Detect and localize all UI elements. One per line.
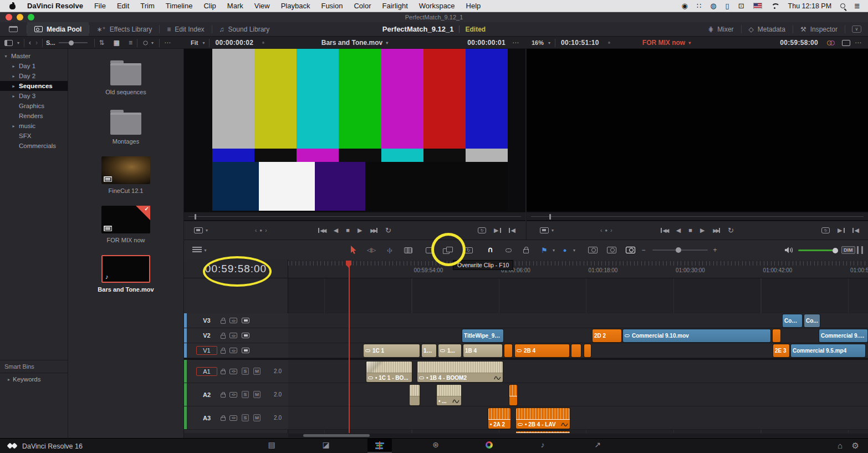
trim-edit-mode-tool[interactable]: ◁|▷ — [364, 240, 379, 260]
auto-select-icon[interactable]: <> — [229, 392, 237, 398]
sort-order-icon[interactable]: ⇅ — [99, 39, 105, 46]
add-marker-button[interactable]: ● — [559, 240, 571, 260]
chevron-down-icon[interactable]: ▾ — [151, 40, 154, 45]
timeline-clip-1b-4[interactable]: 1B 4 — [421, 344, 437, 358]
play-reverse-button[interactable]: ◀ — [334, 227, 338, 233]
cinema-viewer-icon[interactable] — [842, 40, 850, 46]
mute-button[interactable]: M — [253, 391, 261, 398]
thumbnail-size-slider[interactable] — [59, 42, 88, 43]
screen-record-icon[interactable]: ◉ — [682, 2, 688, 9]
selection-mode-tool[interactable] — [345, 240, 361, 260]
next-edit-button[interactable]: ▶ — [494, 227, 501, 233]
sidebar-item-renders[interactable]: Renders — [0, 111, 68, 121]
mixer-button[interactable]: ⋕Mixer — [701, 22, 741, 36]
timeline-clip-2b-4-lav[interactable]: • 2B 4 - LAV — [515, 408, 570, 429]
position-lock-tool[interactable] — [518, 240, 534, 260]
metadata-button[interactable]: ◇Metadata — [742, 22, 793, 36]
loop-button[interactable]: ↻ — [728, 227, 734, 234]
linked-selection-tool[interactable] — [501, 240, 516, 260]
snapping-tool[interactable]: ∪ — [483, 240, 498, 260]
timeline-clip-blank[interactable] — [772, 329, 781, 343]
sidebar-item-graphics[interactable]: Graphics — [0, 101, 68, 111]
track-lock-icon[interactable] — [221, 350, 226, 354]
replace-clip-tool[interactable]: ↻ — [461, 240, 476, 260]
media-item-old-sequences[interactable]: Old sequences — [105, 58, 146, 95]
solo-button[interactable]: S — [242, 368, 249, 375]
folder-icon[interactable] — [110, 63, 141, 85]
track-enable-icon[interactable] — [242, 333, 249, 338]
timeline-clip-blank[interactable] — [584, 344, 591, 358]
track-lane-a3[interactable] — [288, 406, 868, 430]
track-lane-v2[interactable] — [288, 328, 868, 343]
list-view-icon[interactable]: ≡ — [129, 39, 132, 46]
menu-view[interactable]: View — [249, 2, 275, 10]
dim-button[interactable]: DIM — [841, 246, 855, 254]
sidebar-item-day-3[interactable]: ▸Day 3 — [0, 91, 68, 101]
auto-select-icon[interactable]: <> — [229, 318, 237, 323]
input-switcher-icon[interactable]: ∷ — [697, 2, 701, 9]
page-tab-fairlight[interactable]: ♪ — [530, 439, 555, 451]
timeline-zoom-slider[interactable] — [652, 250, 708, 251]
project-settings-gear-icon[interactable]: ⚙ — [852, 441, 859, 451]
chevron-expanded-icon[interactable]: ▾ — [3, 54, 8, 59]
track-lock-icon[interactable] — [221, 417, 226, 421]
audio-volume-slider[interactable] — [798, 250, 838, 251]
sidebar-item-day-1[interactable]: ▸Day 1 — [0, 61, 68, 71]
menu-color[interactable]: Color — [348, 2, 376, 10]
track-enable-icon[interactable] — [242, 348, 249, 353]
track-enable-icon[interactable] — [242, 318, 249, 323]
auto-select-icon[interactable]: <> — [229, 348, 237, 353]
timeline-scrub-bar[interactable] — [527, 212, 868, 220]
go-to-last-frame-button[interactable]: ▶▶ — [370, 228, 377, 233]
media-item-bars-and-tone-mov[interactable]: ♪Bars and Tone.mov — [98, 255, 154, 293]
viewer-mode-dropdown[interactable]: ▾ — [194, 227, 208, 233]
track-lock-icon[interactable] — [221, 320, 226, 324]
menu-playback[interactable]: Playback — [275, 2, 316, 10]
chevron-down-icon[interactable]: ▾ — [17, 40, 19, 45]
track-header-a3[interactable]: A3<>SM2.0 — [184, 406, 288, 430]
sidebar-item-sfx[interactable]: SFX — [0, 131, 68, 141]
timeline-clip-1c-1-bo[interactable]: • 1C 1 - BO... — [366, 361, 412, 383]
timeline-playhead-timecode[interactable]: 00:59:58:00 — [780, 39, 818, 47]
track-lock-icon[interactable] — [221, 370, 226, 374]
keyboard-flag-icon[interactable] — [753, 3, 762, 9]
apple-menu-icon[interactable] — [9, 2, 16, 10]
timeline-name-dropdown[interactable]: FOR MIX now▾ — [526, 39, 807, 47]
stop-button[interactable]: ■ — [346, 227, 350, 233]
sidecar-icon[interactable]: ▯ — [726, 2, 729, 9]
source-duration-timecode[interactable]: 00:00:00:01 — [467, 39, 506, 47]
detail-zoom-icon[interactable] — [604, 240, 619, 260]
menu-edit[interactable]: Edit — [111, 2, 135, 10]
overwrite-clip-tool[interactable] — [440, 240, 456, 260]
audio-monitor-speaker-icon[interactable] — [782, 240, 797, 260]
menu-workspace[interactable]: Workspace — [413, 2, 461, 10]
track-header-v1[interactable]: V1<> — [184, 343, 288, 358]
go-to-first-frame-button[interactable]: ◀◀ — [318, 228, 326, 233]
jog-control[interactable]: ‹●› — [255, 227, 267, 233]
timeline-horizontal-scrollbar[interactable] — [288, 434, 868, 437]
menu-file[interactable]: File — [89, 2, 111, 10]
wifi-icon[interactable] — [771, 3, 779, 9]
search-icon[interactable] — [143, 40, 147, 45]
chevron-collapsed-icon[interactable]: ▸ — [11, 84, 16, 89]
blade-edit-mode-tool[interactable] — [400, 240, 416, 260]
page-tab-edit[interactable] — [367, 439, 392, 452]
timeline-view-options-icon[interactable]: ▾ — [188, 240, 211, 260]
solo-button[interactable]: S — [242, 391, 249, 398]
clip-thumbnail[interactable] — [101, 156, 150, 184]
dynamic-trim-mode-tool[interactable]: ‹|› — [382, 240, 397, 260]
color-page-shortcut-icon[interactable] — [827, 40, 836, 46]
marker-color-dropdown[interactable]: ▾ — [570, 240, 578, 260]
track-lock-icon[interactable] — [221, 335, 226, 339]
more-options-icon[interactable]: ⋯ — [855, 39, 861, 46]
folder-icon[interactable] — [110, 113, 141, 135]
spotlight-search-icon[interactable] — [840, 3, 845, 8]
jog-control[interactable]: ‹●› — [600, 227, 612, 233]
more-options-icon[interactable]: ⋯ — [164, 39, 171, 46]
page-tab-media[interactable]: ▤ — [259, 439, 284, 451]
grid-view-icon[interactable]: ▦ — [114, 39, 120, 46]
menu-timeline[interactable]: Timeline — [160, 2, 198, 10]
flag-clip-button[interactable]: ⚑ — [538, 240, 550, 260]
playhead-line[interactable] — [349, 261, 350, 433]
mute-button[interactable]: M — [253, 414, 261, 421]
